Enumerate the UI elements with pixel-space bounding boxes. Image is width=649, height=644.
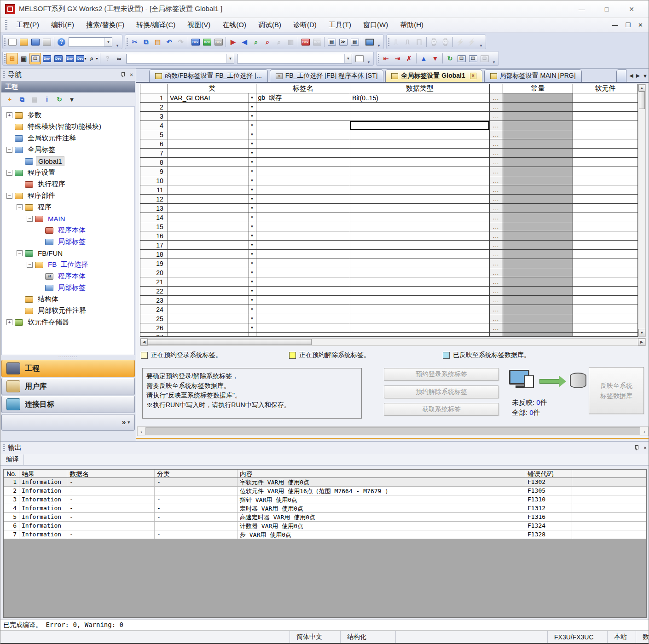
tree-expander-icon[interactable]: − [17, 204, 23, 210]
device-read-icon[interactable]: Dev [201, 36, 213, 48]
project-tree-toggle-icon[interactable]: ⊞ [6, 53, 18, 64]
cell-datatype-row26[interactable] [350, 323, 489, 333]
cell-class-row20[interactable]: ▼ [168, 268, 256, 277]
row-header-20[interactable]: 20 [140, 268, 168, 277]
cell-label-row4[interactable] [256, 121, 351, 130]
cell-label-row5[interactable] [256, 130, 351, 139]
class-dropdown-icon[interactable]: ▼ [248, 176, 256, 185]
undo-icon[interactable]: ↶ [163, 36, 175, 48]
mdi-minimize-button[interactable]: — [612, 22, 618, 29]
device-display-format-icon[interactable]: Dev▾ [75, 53, 87, 64]
insert-row-icon[interactable]: ⇤ [380, 53, 392, 64]
class-dropdown-icon[interactable]: ▼ [248, 333, 256, 337]
declare-new-after-icon[interactable]: ▼ [429, 53, 441, 64]
cell-class-row10[interactable]: ▼ [168, 176, 256, 185]
cell-label-row23[interactable] [256, 296, 351, 305]
cell-device-row7[interactable] [573, 149, 637, 158]
datatype-browse-button-row11[interactable]: ... [490, 185, 503, 195]
cell-class-row23[interactable]: ▼ [168, 296, 256, 305]
datatype-browse-button-row1[interactable]: ... [490, 93, 503, 103]
cell-class-row26[interactable]: ▼ [168, 323, 256, 333]
row-header-26[interactable]: 26 [140, 323, 168, 333]
cell-class-row24[interactable]: ▼ [168, 305, 256, 314]
cell-label-row19[interactable] [256, 259, 351, 268]
tree-expander-icon[interactable]: − [6, 147, 12, 153]
tree-item-局部标签[interactable]: 局部标签 [2, 236, 134, 247]
cell-device-row27[interactable] [573, 333, 637, 337]
tree-expander-icon[interactable]: − [27, 216, 33, 222]
unused-label-list-icon[interactable]: ▤ [456, 53, 467, 64]
toolbar-overflow-icon[interactable]: ▾ [115, 36, 120, 48]
device-verify-icon[interactable]: Dev [213, 36, 224, 48]
row-header-6[interactable]: 6 [140, 139, 168, 149]
tree-item-程序本体[interactable]: st程序本体 [2, 270, 134, 282]
quick-access-combo[interactable]: ▼ [69, 37, 112, 47]
datatype-browse-button-row3[interactable]: ... [490, 112, 503, 121]
cell-datatype-row10[interactable] [350, 176, 489, 185]
cell-class-row5[interactable]: ▼ [168, 130, 256, 139]
cell-label-row7[interactable] [256, 149, 351, 158]
row-header-4[interactable]: 4 [140, 121, 168, 130]
row-header-9[interactable]: 9 [140, 167, 168, 176]
cell-class-row7[interactable]: ▼ [168, 149, 256, 158]
panel-scroll-left-icon[interactable]: ‹ [138, 429, 145, 434]
device-display-icon[interactable]: Dev [300, 36, 311, 48]
datatype-browse-button-row19[interactable]: ... [490, 259, 503, 268]
column-header-device[interactable]: 软元件 [573, 84, 637, 93]
class-dropdown-icon[interactable]: ▼ [248, 231, 256, 240]
tree-item-程序[interactable]: −程序 [2, 201, 134, 213]
cell-label-row9[interactable] [256, 167, 351, 176]
cell-label-row27[interactable] [256, 333, 351, 337]
cell-datatype-row21[interactable] [350, 277, 489, 287]
tree-item-执行程序[interactable]: 执行程序 [2, 178, 134, 190]
find-condition-combo-arrow-icon[interactable]: ▼ [344, 54, 352, 63]
quick-access-combo-arrow-icon[interactable]: ▼ [104, 38, 112, 46]
class-dropdown-icon[interactable]: ▼ [248, 103, 256, 111]
cell-datatype-row23[interactable] [350, 296, 489, 305]
cell-datatype-row9[interactable] [350, 167, 489, 176]
document-tab-3[interactable]: 全局标签设置 Global1× [385, 69, 482, 82]
find-target-combo[interactable]: ▼ [126, 54, 234, 63]
cell-label-row26[interactable] [256, 323, 351, 333]
menu-item-3[interactable]: 搜索/替换(F) [80, 19, 130, 31]
class-dropdown-icon[interactable]: ▼ [248, 139, 256, 148]
close-button[interactable]: ✕ [626, 6, 637, 13]
cell-device-row12[interactable] [573, 195, 637, 204]
scroll-up-icon[interactable]: ▲ [638, 84, 645, 92]
document-tab-4[interactable]: 局部标签设置 MAIN [PRG] [484, 69, 582, 82]
cell-datatype-row20[interactable] [350, 268, 489, 277]
cell-device-row17[interactable] [573, 241, 637, 250]
open-project-icon[interactable] [18, 36, 29, 48]
cell-device-row21[interactable] [573, 277, 637, 287]
cell-label-row22[interactable] [256, 287, 351, 296]
datatype-browse-button-row23[interactable]: ... [490, 296, 503, 305]
tree-expander-icon[interactable]: + [6, 319, 12, 325]
cell-datatype-row22[interactable] [350, 287, 489, 296]
row-header-7[interactable]: 7 [140, 149, 168, 158]
cell-device-row10[interactable] [573, 176, 637, 185]
cell-class-row14[interactable]: ▼ [168, 213, 256, 222]
cell-label-row14[interactable] [256, 213, 351, 222]
cell-device-row23[interactable] [573, 296, 637, 305]
cell-device-row16[interactable] [573, 231, 637, 241]
row-header-23[interactable]: 23 [140, 296, 168, 305]
menu-item-1[interactable]: 工程(P) [10, 19, 45, 31]
delete-all-icon[interactable]: ✗ [403, 53, 415, 64]
cell-class-row22[interactable]: ▼ [168, 287, 256, 296]
cell-label-row25[interactable] [256, 314, 351, 323]
nav-pin-icon[interactable] [120, 72, 125, 77]
device-statement-icon[interactable]: Dev [52, 53, 64, 64]
toolbar-overflow-icon[interactable]: ▾ [366, 52, 371, 64]
tab-nav-arrow-2[interactable]: ▶ [636, 73, 640, 79]
nav-close-icon[interactable]: × [130, 72, 133, 78]
cell-class-row25[interactable]: ▼ [168, 314, 256, 323]
cell-datatype-row6[interactable] [350, 139, 489, 149]
cell-label-row16[interactable] [256, 231, 351, 241]
row-header-10[interactable]: 10 [140, 176, 168, 185]
cell-device-row22[interactable] [573, 287, 637, 296]
panel-horizontal-scrollbar[interactable]: ‹ › [137, 426, 649, 436]
minimize-button[interactable]: — [576, 6, 588, 13]
datatype-browse-button-row4[interactable]: ... [490, 121, 503, 130]
help-icon[interactable]: ? [56, 36, 67, 48]
class-dropdown-icon[interactable]: ▼ [248, 241, 256, 249]
